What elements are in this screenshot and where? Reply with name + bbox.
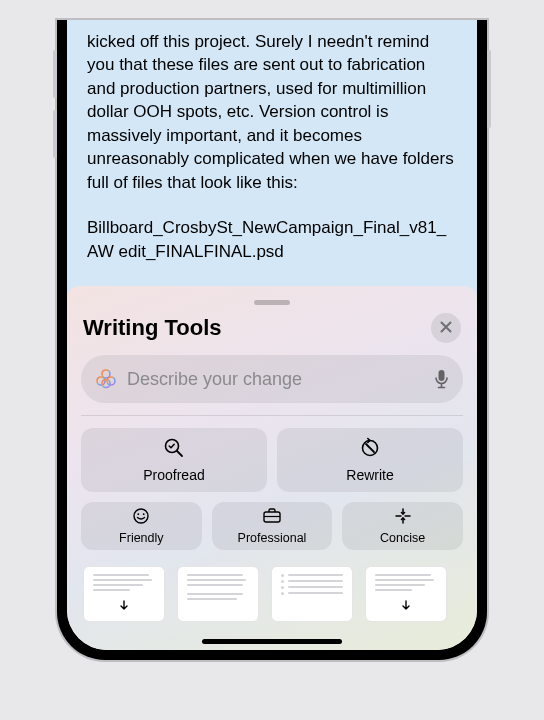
divider — [81, 415, 463, 416]
body-paragraph: kicked off this project. Surely I needn'… — [87, 30, 457, 194]
svg-rect-4 — [439, 370, 445, 381]
friendly-label: Friendly — [119, 531, 163, 545]
sheet-title: Writing Tools — [83, 315, 222, 341]
svg-point-12 — [138, 513, 140, 515]
preview-table[interactable] — [365, 566, 447, 622]
professional-label: Professional — [238, 531, 307, 545]
svg-line-8 — [177, 451, 182, 456]
concise-label: Concise — [380, 531, 425, 545]
filename-example: Billboard_CrosbySt_NewCampaign_Final_v81… — [87, 216, 457, 263]
home-indicator[interactable] — [202, 639, 342, 644]
proofread-label: Proofread — [143, 467, 204, 483]
preview-list[interactable] — [271, 566, 353, 622]
rewrite-label: Rewrite — [346, 467, 393, 483]
describe-change-input[interactable]: Describe your change — [81, 355, 463, 403]
close-button[interactable] — [431, 313, 461, 343]
svg-point-13 — [143, 513, 145, 515]
arrow-down-icon — [401, 598, 411, 616]
format-previews — [81, 566, 463, 622]
smile-icon — [132, 507, 150, 529]
close-icon — [440, 319, 452, 337]
magnifier-check-icon — [163, 437, 185, 463]
apple-intelligence-icon — [95, 368, 117, 390]
sheet-grabber[interactable] — [254, 300, 290, 305]
professional-button[interactable]: Professional — [212, 502, 333, 550]
proofread-button[interactable]: Proofread — [81, 428, 267, 492]
svg-point-11 — [134, 509, 148, 523]
friendly-button[interactable]: Friendly — [81, 502, 202, 550]
document-body[interactable]: kicked off this project. Surely I needn'… — [67, 20, 477, 320]
microphone-icon[interactable] — [434, 369, 449, 389]
preview-keypoints[interactable] — [177, 566, 259, 622]
concise-button[interactable]: Concise — [342, 502, 463, 550]
rewrite-icon — [359, 437, 381, 463]
briefcase-icon — [262, 507, 282, 529]
input-placeholder: Describe your change — [127, 369, 424, 390]
arrow-down-icon — [119, 598, 129, 616]
svg-line-10 — [366, 444, 374, 452]
writing-tools-sheet: Writing Tools — [67, 286, 477, 650]
concise-icon — [394, 507, 412, 529]
rewrite-button[interactable]: Rewrite — [277, 428, 463, 492]
preview-summary[interactable] — [83, 566, 165, 622]
